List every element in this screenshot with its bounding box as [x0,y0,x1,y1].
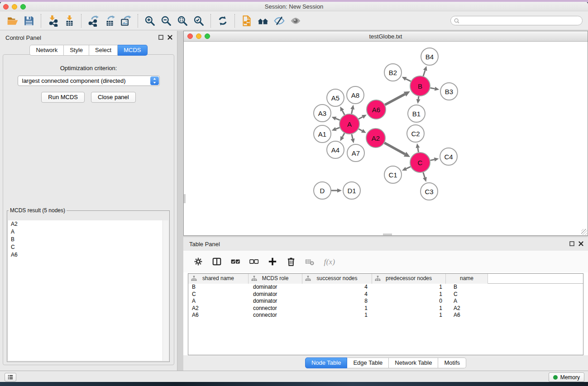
graph-node-C1[interactable]: C1 [384,166,402,183]
graph-node-A8[interactable]: A8 [347,86,364,104]
column-header-name[interactable]: name [446,274,488,284]
edge-B-B3[interactable] [430,87,440,91]
close-panel-icon[interactable] [167,35,172,40]
export-network-button[interactable] [85,13,101,29]
float-panel-icon[interactable] [158,35,163,40]
resize-grip[interactable] [581,229,587,235]
table-settings-button[interactable] [193,257,203,267]
node-table[interactable]: shared nameMCDS rolesuccessor nodesprede… [188,273,583,355]
graph-node-A4[interactable]: A4 [327,141,344,158]
tab-network-table[interactable]: Network Table [389,357,438,368]
edge-A-A1[interactable] [332,127,340,131]
graph-node-D1[interactable]: D1 [343,182,360,199]
export-image-button[interactable] [118,13,134,29]
result-list-item[interactable]: B [8,236,168,243]
delete-columns-button[interactable] [286,257,296,267]
show-graphics-details-button[interactable] [287,13,304,29]
refresh-button[interactable] [215,13,231,29]
zoom-window-button[interactable] [20,4,26,10]
network-from-selection-button[interactable] [239,13,255,29]
edge-A-A3[interactable] [331,117,339,120]
memory-button[interactable]: Memory [549,372,584,382]
tab-style[interactable]: Style [64,45,89,56]
import-table-button[interactable] [61,13,77,29]
graph-node-A3[interactable]: A3 [314,105,331,122]
graph-node-B2[interactable]: B2 [384,64,402,81]
tab-network[interactable]: Network [29,45,64,56]
zoom-selected-button[interactable] [191,13,207,29]
result-scrollbar[interactable] [163,220,168,361]
edge-A-A8[interactable] [350,105,354,114]
zoom-in-button[interactable] [142,13,158,29]
tab-select[interactable]: Select [89,45,118,56]
graph-node-B[interactable]: B [410,76,430,96]
edge-B-B4[interactable] [423,66,427,76]
graph-node-A7[interactable]: A7 [347,144,364,162]
tab-mcds[interactable]: MCDS [118,45,147,56]
edge-C-C3[interactable] [423,172,427,182]
table-row[interactable]: A2connector11A2 [188,305,583,312]
tab-motifs[interactable]: Motifs [438,357,466,368]
search-box[interactable] [450,16,583,25]
run-mcds-button[interactable]: Run MCDS [41,92,85,103]
network-graph[interactable]: A5A8A3A1A4A7AA6A2BB2B4B3B1CC2C4C1C3DD1 [184,42,588,235]
export-table-button[interactable] [101,13,118,29]
canvas-hscroll-nub[interactable] [383,234,392,235]
split-columns-button[interactable] [212,257,222,267]
table-row[interactable]: Cdominator41C [188,291,583,298]
criterion-select[interactable]: largest connected component (directed) [18,76,160,86]
edge-A6-B[interactable] [385,91,410,105]
edge-C-C4[interactable] [430,157,439,162]
edge-C-C1[interactable] [402,167,411,171]
graph-node-A[interactable]: A [339,114,359,134]
graph-node-D[interactable]: D [314,182,331,199]
float-table-panel-icon[interactable] [569,241,574,246]
tab-node-table[interactable]: Node Table [305,357,348,368]
edge-B-B2[interactable] [402,77,411,81]
graph-node-A5[interactable]: A5 [327,89,344,106]
close-window-button[interactable] [3,4,9,10]
edge-A-A2[interactable] [359,129,366,133]
network-canvas[interactable]: A5A8A3A1A4A7AA6A2BB2B4B3B1CC2C4C1C3DD1 [184,42,588,235]
edge-A-A5[interactable] [340,106,344,114]
open-file-button[interactable] [5,13,21,29]
table-row[interactable]: A6connector11A6 [188,312,583,319]
result-list-item[interactable]: C [8,243,168,251]
graph-node-A6[interactable]: A6 [367,100,386,119]
result-list-item[interactable]: A [8,228,168,236]
table-row[interactable]: Bdominator41B [188,284,583,291]
edge-C-C2[interactable] [416,143,420,152]
add-column-button[interactable] [268,257,277,267]
graph-node-C3[interactable]: C3 [421,183,438,200]
result-list-item[interactable]: A6 [8,251,168,259]
graph-node-C4[interactable]: C4 [440,148,457,165]
result-list-item[interactable]: A2 [8,220,168,228]
column-header-MCDS-role[interactable]: MCDS role [249,274,302,284]
graph-node-B4[interactable]: B4 [421,48,438,65]
edge-A-A4[interactable] [340,133,345,141]
edge-A-A7[interactable] [351,134,355,143]
zoom-out-button[interactable] [158,13,174,29]
hide-graphics-details-button[interactable] [271,13,287,29]
network-titlebar[interactable]: testGlobe.txt [184,31,588,42]
graph-node-B3[interactable]: B3 [440,83,458,100]
network-close-button[interactable] [187,33,193,39]
edge-A-A6[interactable] [359,114,367,119]
graph-node-A2[interactable]: A2 [366,129,385,148]
graph-node-C[interactable]: C [410,152,430,172]
zoom-fit-button[interactable] [174,13,191,29]
first-neighbors-button[interactable] [255,13,271,29]
network-minimize-button[interactable] [196,33,201,39]
column-header-successor-nodes[interactable]: successor nodes [302,274,372,284]
graph-node-A1[interactable]: A1 [314,125,331,143]
tab-edge-table[interactable]: Edge Table [347,357,389,368]
close-panel-button[interactable]: Close panel [91,92,136,103]
graph-node-C2[interactable]: C2 [407,125,424,142]
deselect-all-rows-button[interactable] [249,257,259,267]
import-network-button[interactable] [45,13,61,29]
select-all-rows-button[interactable] [230,257,240,267]
close-table-panel-icon[interactable] [578,241,583,246]
table-row[interactable]: Adominator80A [188,298,583,305]
column-header-shared-name[interactable]: shared name [188,274,249,284]
save-session-button[interactable] [21,13,37,29]
